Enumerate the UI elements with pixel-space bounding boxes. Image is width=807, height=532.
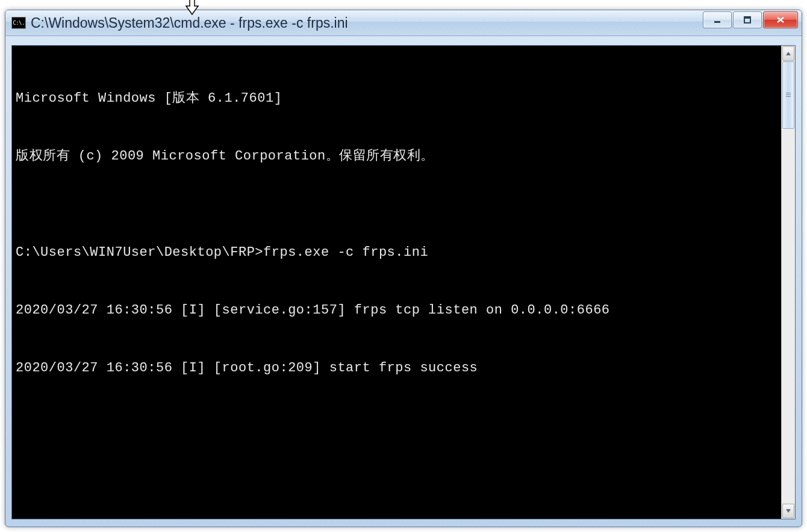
maximize-button[interactable] (733, 11, 762, 28)
minimize-button[interactable] (703, 11, 732, 28)
terminal-output[interactable]: Microsoft Windows [版本 6.1.7601] 版权所有 (c)… (12, 46, 781, 519)
cursor-arrow-icon (182, 0, 202, 18)
window-controls (703, 11, 798, 28)
window-title: C:\Windows\System32\cmd.exe - frps.exe -… (31, 15, 703, 31)
terminal-line: Microsoft Windows [版本 6.1.7601] (16, 89, 777, 108)
svg-marker-7 (786, 509, 791, 513)
svg-marker-0 (186, 0, 198, 14)
chevron-down-icon (785, 508, 791, 514)
scroll-thumb-grip-icon (786, 93, 791, 97)
cmd-window: C:\. C:\Windows\System32\cmd.exe - frps.… (5, 10, 802, 527)
cmd-app-icon-text: C:\. (13, 20, 25, 26)
close-button[interactable] (763, 11, 798, 28)
terminal-line: C:\Users\WIN7User\Desktop\FRP>frps.exe -… (16, 243, 777, 262)
svg-rect-3 (744, 17, 750, 19)
scroll-up-button[interactable] (782, 46, 794, 61)
client-area: Microsoft Windows [版本 6.1.7601] 版权所有 (c)… (11, 45, 796, 519)
scroll-track[interactable] (782, 61, 795, 503)
minimize-icon (713, 16, 721, 24)
scroll-down-button[interactable] (782, 504, 794, 518)
titlebar[interactable]: C:\. C:\Windows\System32\cmd.exe - frps.… (5, 10, 802, 36)
svg-marker-6 (786, 52, 791, 55)
vertical-scrollbar[interactable] (781, 46, 795, 519)
close-icon (776, 16, 785, 24)
chevron-up-icon (785, 51, 791, 57)
cmd-app-icon: C:\. (11, 17, 26, 29)
terminal-line: 2020/03/27 16:30:56 [I] [root.go:209] st… (16, 359, 777, 378)
scroll-thumb[interactable] (782, 61, 794, 129)
terminal-line: 版权所有 (c) 2009 Microsoft Corporation。保留所有… (16, 147, 777, 166)
maximize-icon (743, 16, 752, 24)
terminal-line: 2020/03/27 16:30:56 [I] [service.go:157]… (16, 301, 777, 320)
svg-rect-1 (714, 21, 720, 23)
